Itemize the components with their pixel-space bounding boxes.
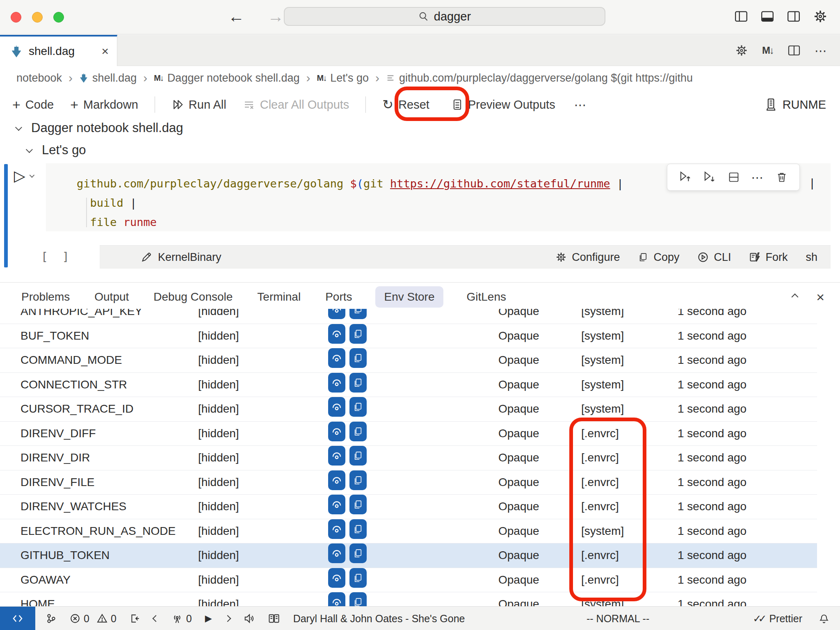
toolbar-more-actions-icon[interactable]: ⋯ xyxy=(574,98,587,112)
source-control-graph-item[interactable] xyxy=(46,613,57,624)
problems-item[interactable]: 0 0 xyxy=(70,613,116,625)
table-row[interactable]: BUF_TOKEN [hidden] Opaque [system] 1 sec… xyxy=(0,324,817,349)
reveal-value-button[interactable] xyxy=(328,543,345,563)
cell-language-label[interactable]: sh xyxy=(806,251,817,264)
reveal-value-button[interactable] xyxy=(328,324,345,344)
toggle-panel-icon[interactable] xyxy=(760,10,774,23)
reveal-value-button[interactable] xyxy=(328,397,345,417)
minimize-window-button[interactable] xyxy=(32,12,43,23)
table-row[interactable]: DIRENV_FILE [hidden] Opaque [.envrc] 1 s… xyxy=(0,470,817,495)
cell-more-actions-icon[interactable]: ⋯ xyxy=(751,170,765,185)
reveal-value-button[interactable] xyxy=(328,495,345,514)
code-link[interactable]: https://github.com/stateful/runme xyxy=(390,177,610,190)
add-markdown-cell-button[interactable]: +Markdown xyxy=(70,97,138,113)
reveal-value-button[interactable] xyxy=(328,348,345,368)
reveal-value-button[interactable] xyxy=(328,470,345,490)
copy-value-button[interactable] xyxy=(349,324,367,344)
copy-value-button[interactable] xyxy=(349,568,367,588)
copy-value-button[interactable] xyxy=(349,543,367,563)
zoom-window-button[interactable] xyxy=(53,12,64,23)
panel-tab-env-store[interactable]: Env Store xyxy=(375,286,444,308)
reveal-value-button[interactable] xyxy=(328,592,345,607)
table-row[interactable]: ELECTRON_RUN_AS_NODE [hidden] Opaque [sy… xyxy=(0,519,817,544)
table-row[interactable]: GITHUB_TOKEN [hidden] Opaque [.envrc] 1 … xyxy=(0,543,817,568)
run-cells-below-icon[interactable] xyxy=(703,171,716,184)
split-editor-icon[interactable] xyxy=(788,44,801,57)
reveal-value-button[interactable] xyxy=(328,309,345,319)
toggle-secondary-sidebar-icon[interactable] xyxy=(787,10,801,23)
add-code-cell-button[interactable]: +Code xyxy=(12,97,54,113)
run-cells-above-icon[interactable] xyxy=(679,171,692,184)
copy-value-button[interactable] xyxy=(349,373,367,393)
table-row[interactable]: CONNECTION_STR [hidden] Opaque [system] … xyxy=(0,373,817,397)
table-row[interactable]: DIRENV_DIR [hidden] Opaque [.envrc] 1 se… xyxy=(0,446,817,470)
table-row[interactable]: HOME [hidden] Opaque [system] 1 second a… xyxy=(0,592,817,607)
tab-shell-dag[interactable]: shell.dag × xyxy=(0,35,117,66)
copy-cell-button[interactable]: Copy xyxy=(638,251,679,264)
play-track-icon[interactable]: ▶ xyxy=(205,613,212,624)
run-cell-button[interactable]: ▷ xyxy=(14,167,33,185)
reset-button[interactable]: ↻ Reset xyxy=(382,97,429,112)
split-cell-icon[interactable] xyxy=(728,171,740,183)
table-row[interactable]: COMMAND_MODE [hidden] Opaque [system] 1 … xyxy=(0,348,817,373)
table-row[interactable]: DIRENV_DIFF [hidden] Opaque [.envrc] 1 s… xyxy=(0,422,817,446)
runme-button[interactable]: RUNME xyxy=(765,89,826,120)
tab-close-icon[interactable]: × xyxy=(101,45,109,57)
reveal-value-button[interactable] xyxy=(328,446,345,466)
copy-value-button[interactable] xyxy=(349,519,367,539)
copy-value-button[interactable] xyxy=(349,592,367,607)
prettier-status[interactable]: ✓✓ Prettier xyxy=(753,613,803,625)
reveal-value-button[interactable] xyxy=(328,519,345,539)
toggle-primary-sidebar-icon[interactable] xyxy=(734,10,748,23)
panel-tab-ports[interactable]: Ports xyxy=(324,286,354,308)
preview-outputs-button[interactable]: Preview Outputs xyxy=(452,98,555,112)
copy-value-button[interactable] xyxy=(349,309,367,319)
remote-indicator[interactable] xyxy=(0,607,35,630)
breadcrumb-shell-dag[interactable]: shell.dag xyxy=(79,72,137,84)
copy-value-button[interactable] xyxy=(349,397,367,417)
panel-tab-output[interactable]: Output xyxy=(93,286,130,308)
panel-tab-gitlens[interactable]: GitLens xyxy=(465,286,508,308)
copy-value-button[interactable] xyxy=(349,495,367,514)
table-row[interactable]: DIRENV_WATCHES [hidden] Opaque [.envrc] … xyxy=(0,495,817,519)
notebook-settings-gear-icon[interactable] xyxy=(735,44,748,57)
editor-more-actions-icon[interactable]: ⋯ xyxy=(815,43,828,58)
reader-item[interactable] xyxy=(268,613,280,624)
copy-value-button[interactable] xyxy=(349,348,367,368)
table-row[interactable]: ANTHROPIC_API_KEY [hidden] Opaque [syste… xyxy=(0,309,817,324)
notebook-heading-2[interactable]: Let's go xyxy=(26,139,86,161)
breadcrumb-notebook-title[interactable]: M↓ Dagger notebook shell.dag xyxy=(154,72,299,84)
next-track-icon[interactable] xyxy=(224,615,231,622)
clear-all-outputs-button[interactable]: Clear All Outputs xyxy=(243,98,349,112)
copy-value-button[interactable] xyxy=(349,446,367,466)
breadcrumb-cell[interactable]: github.com/purpleclay/daggerverse/golang… xyxy=(386,72,693,84)
panel-tab-problems[interactable]: Problems xyxy=(20,286,71,308)
markdown-export-icon[interactable]: M↓ xyxy=(762,45,774,56)
table-row[interactable]: GOAWAY [hidden] Opaque [.envrc] 1 second… xyxy=(0,568,817,593)
cli-button[interactable]: CLI xyxy=(697,251,731,264)
run-options-chevron-icon[interactable] xyxy=(29,173,34,178)
vim-mode-indicator[interactable]: -- NORMAL -- xyxy=(587,607,649,630)
run-all-button[interactable]: Run All xyxy=(171,98,226,112)
notifications-bell-icon[interactable] xyxy=(819,613,829,624)
table-row[interactable]: CURSOR_TRACE_ID [hidden] Opaque [system]… xyxy=(0,397,817,422)
chevron-down-icon[interactable] xyxy=(26,146,33,153)
panel-tab-terminal[interactable]: Terminal xyxy=(256,286,302,308)
maximize-panel-icon[interactable] xyxy=(792,294,799,301)
exit-session-item[interactable] xyxy=(130,613,140,624)
volume-item[interactable] xyxy=(243,613,255,624)
delete-cell-icon[interactable] xyxy=(776,171,788,183)
fork-button[interactable]: Fork xyxy=(749,251,788,264)
broadcast-item[interactable]: 0 xyxy=(171,613,192,625)
reveal-value-button[interactable] xyxy=(328,568,345,588)
kernel-selector[interactable]: KernelBinary xyxy=(141,251,221,264)
panel-tab-debug-console[interactable]: Debug Console xyxy=(152,286,234,308)
previous-track-icon[interactable] xyxy=(152,615,159,622)
close-window-button[interactable] xyxy=(11,12,21,23)
copy-value-button[interactable] xyxy=(349,422,367,441)
reveal-value-button[interactable] xyxy=(328,422,345,441)
now-playing-label[interactable]: Daryl Hall & John Oates - She's Gone xyxy=(293,613,465,625)
command-center-search[interactable]: dagger xyxy=(284,7,605,26)
breadcrumb-notebook[interactable]: notebook xyxy=(16,72,62,84)
notebook-heading-1[interactable]: Dagger notebook shell.dag xyxy=(16,117,183,139)
